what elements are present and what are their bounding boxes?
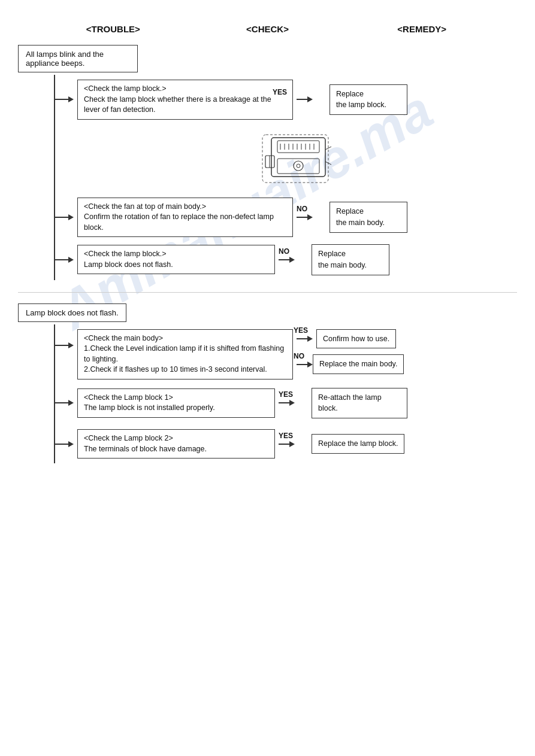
yes-label-s2-1: YES <box>294 326 308 335</box>
flow-row-2: <Check the fan at top of main body.> Con… <box>55 198 517 238</box>
trouble-box-2: Lamp block does not flash. <box>18 303 126 322</box>
header-trouble: <TROUBLE> <box>36 24 191 34</box>
check-box-2: <Check the fan at top of main body.> Con… <box>77 198 293 238</box>
svg-rect-1 <box>277 141 319 153</box>
flow-row-s2-3: <Check the Lamp block 2> The terminals o… <box>55 429 517 459</box>
header-check: <CHECK> <box>191 24 345 34</box>
flow-row-s2-1: <Check the main body> 1.Check the Level … <box>55 329 517 379</box>
flow-row-3: <Check the lamp block.> Lamp block does … <box>55 244 517 275</box>
no-label-2: NO <box>297 205 307 213</box>
check-box-s2-3: <Check the Lamp block 2> The terminals o… <box>77 429 275 459</box>
yes-remedy-s2-1: YES Confirm how to use. <box>297 329 404 349</box>
section-2: Lamp block does not flash. <Check the ma… <box>18 303 517 464</box>
header-remedy: <REMEDY> <box>344 24 499 34</box>
image-row <box>73 126 517 192</box>
check-box-1: <Check the lamp block.> Check the lamp b… <box>77 80 293 120</box>
yes-label-1: YES <box>271 88 288 96</box>
remedy-yes-s2-1: Confirm how to use. <box>316 329 396 349</box>
svg-point-15 <box>297 164 300 168</box>
remedy-no-s2-1: Replace the main body. <box>313 354 404 374</box>
section-1: All lamps blink and the appliance beeps.… <box>18 45 517 280</box>
no-label-s2-1: NO <box>294 352 304 360</box>
no-label-3: NO <box>279 247 289 256</box>
check-box-s2-1: <Check the main body> 1.Check the Level … <box>77 329 293 379</box>
yes-label-s2-3: YES <box>279 432 293 440</box>
check-box-3: <Check the lamp block.> Lamp block does … <box>77 245 275 274</box>
check-box-s2-2: <Check the Lamp block 1> The lamp block … <box>77 388 275 418</box>
page-content: <TROUBLE> <CHECK> <REMEDY> All lamps bli… <box>0 0 535 499</box>
remedy-box-2: Replace the main body. <box>330 202 407 233</box>
svg-point-14 <box>294 161 303 171</box>
remedy-box-3: Replace the main body. <box>312 244 389 275</box>
section-separator <box>18 292 517 293</box>
flow-row-s2-2: <Check the Lamp block 1> The lamp block … <box>55 388 517 419</box>
remedy-box-s2-2: Re-attach the lamp block. <box>312 388 407 419</box>
no-remedy-s2-1: NO Replace the main body. <box>297 354 404 374</box>
header-row: <TROUBLE> <CHECK> <REMEDY> <box>18 24 517 34</box>
lamp-block-image <box>247 126 343 192</box>
remedy-box-1: Replace the lamp block. <box>330 84 407 116</box>
remedy-box-s2-3: Replace the lamp block. <box>312 434 404 454</box>
flow-row-1: <Check the lamp block.> Check the lamp b… <box>55 80 517 120</box>
yes-label-s2-2: YES <box>279 390 293 399</box>
trouble-box-1: All lamps blink and the appliance beeps. <box>18 45 138 72</box>
